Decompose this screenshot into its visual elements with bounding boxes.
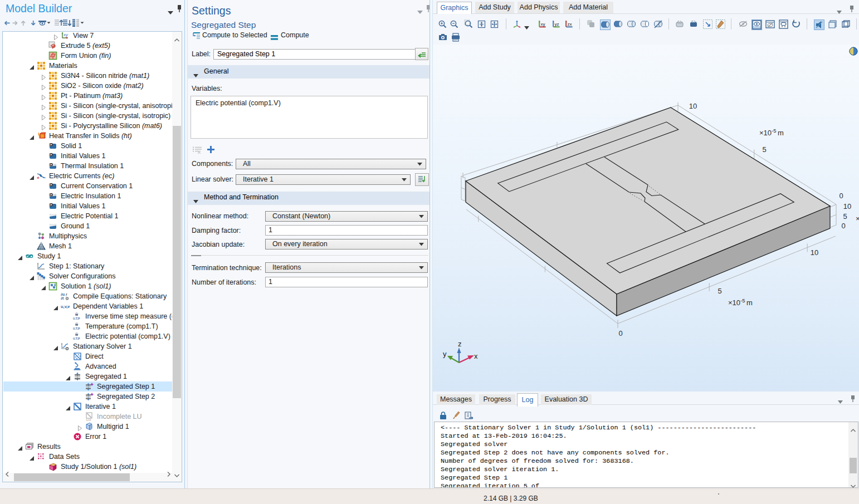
svg-text:D: D — [50, 193, 53, 197]
svg-text:w̅: w̅ — [75, 322, 79, 326]
svg-text:5: 5 — [843, 212, 847, 221]
svg-text:yz: yz — [555, 22, 559, 27]
svg-text:×: × — [856, 214, 859, 223]
svg-text:U.T.P: U.T.P — [73, 317, 80, 320]
svg-text:y: y — [443, 350, 447, 358]
svg-text:D: D — [50, 183, 53, 187]
svg-text:0: 0 — [841, 222, 845, 230]
svg-text:LU: LU — [86, 418, 91, 422]
svg-text:f: f — [66, 293, 67, 297]
svg-text:u,v,w: u,v,w — [61, 304, 70, 309]
svg-text:D: D — [50, 163, 53, 167]
svg-text:U.T.P: U.T.P — [73, 337, 80, 340]
svg-text:+: + — [37, 175, 40, 180]
svg-text:×10: ×10 — [728, 299, 740, 307]
svg-text:U.T.P: U.T.P — [73, 327, 80, 330]
svg-text:10: 10 — [843, 202, 851, 211]
svg-text:5: 5 — [718, 287, 721, 295]
svg-text:−: − — [43, 175, 46, 180]
svg-text:xy: xy — [541, 22, 545, 27]
svg-text:m: m — [746, 299, 753, 307]
svg-text:10: 10 — [811, 248, 818, 257]
svg-text:D: D — [50, 143, 53, 146]
svg-text:0: 0 — [618, 329, 622, 337]
svg-text:-5: -5 — [772, 128, 776, 134]
svg-text:w̅: w̅ — [75, 332, 79, 336]
svg-text:x: x — [474, 352, 478, 360]
svg-text:xy: xy — [63, 32, 69, 37]
svg-text:zx: zx — [568, 22, 572, 27]
svg-text:-5: -5 — [740, 297, 745, 304]
svg-text:w̅: w̅ — [75, 312, 79, 316]
svg-text:10: 10 — [689, 102, 697, 110]
svg-text:∂u: ∂u — [61, 292, 65, 296]
svg-text:D: D — [50, 203, 53, 207]
svg-text:D: D — [50, 153, 53, 156]
svg-text:m: m — [778, 129, 784, 137]
svg-text:×10: ×10 — [759, 129, 772, 137]
svg-text:z: z — [458, 340, 462, 348]
svg-text:0: 0 — [839, 192, 843, 200]
svg-text:5: 5 — [762, 145, 766, 154]
svg-text:∂t: ∂t — [61, 296, 64, 300]
